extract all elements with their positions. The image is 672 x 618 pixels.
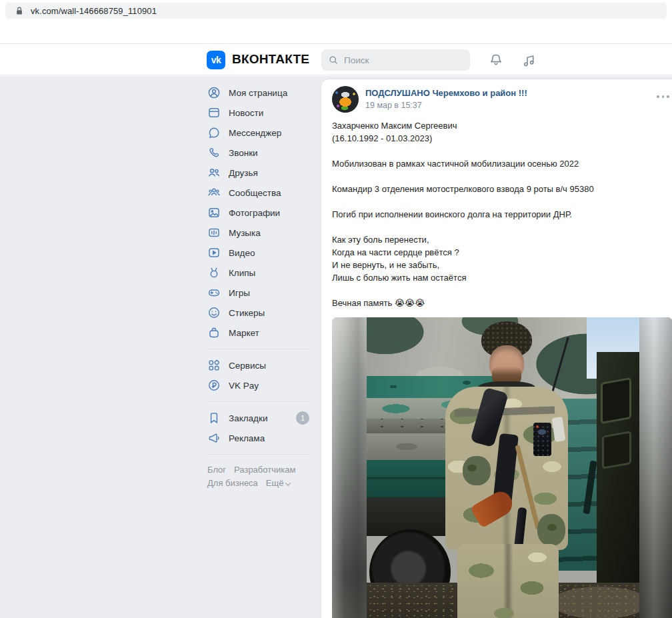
photo-blur-left xyxy=(332,317,367,618)
calls-icon xyxy=(207,146,221,159)
sidebar-item-games[interactable]: Игры xyxy=(200,283,312,303)
photo-blur-right xyxy=(639,317,672,618)
soldier-figure xyxy=(440,317,573,618)
post-author-link[interactable]: ПОДСЛУШАНО Черемхово и район !!! xyxy=(365,88,527,98)
sidebar-divider xyxy=(207,401,309,402)
footer-link-more[interactable]: Ещё xyxy=(266,478,290,488)
profile-icon xyxy=(207,86,221,99)
ads-icon xyxy=(207,431,221,445)
vk-header: vk ВКОНТАКТЕ xyxy=(0,43,672,75)
address-bar[interactable]: vk.com/wall-146668759_110901 xyxy=(5,3,667,19)
clips-icon xyxy=(207,266,221,279)
music-notes-icon[interactable] xyxy=(521,53,537,69)
left-glove xyxy=(463,456,491,485)
sidebar-item-clips[interactable]: Клипы xyxy=(200,263,312,283)
footer-link-business[interactable]: Для бизнеса xyxy=(207,478,258,488)
search-input[interactable] xyxy=(344,55,451,65)
music-icon xyxy=(207,226,221,239)
post-photo[interactable] xyxy=(332,317,672,618)
sidebar-item-stickers[interactable]: Стикеры xyxy=(200,303,312,323)
cab-window xyxy=(602,431,631,469)
games-icon xyxy=(207,286,221,299)
sidebar-item-calls[interactable]: Звонки xyxy=(200,143,312,163)
notifications-bell-icon[interactable] xyxy=(489,53,505,69)
vkpay-icon xyxy=(207,379,221,392)
communities-icon xyxy=(207,186,221,199)
group-avatar[interactable] xyxy=(332,86,359,113)
sidebar-item-ads[interactable]: Реклама xyxy=(200,428,312,448)
sidebar-item-photos[interactable]: Фотографии xyxy=(200,203,312,223)
sidebar-item-my-page[interactable]: Моя страница xyxy=(200,83,312,103)
sidebar-item-news[interactable]: Новости xyxy=(200,103,312,123)
cab-window xyxy=(601,377,631,424)
photos-icon xyxy=(207,206,221,219)
lock-icon[interactable] xyxy=(15,6,24,16)
friends-icon xyxy=(207,166,221,179)
vk-logo[interactable]: vk xyxy=(207,51,225,69)
post-card: ПОДСЛУШАНО Черемхово и район !!! 19 мар … xyxy=(321,79,672,618)
stickers-icon xyxy=(207,306,221,319)
sidebar-item-music[interactable]: Музыка xyxy=(200,223,312,243)
market-icon xyxy=(207,326,221,339)
sidebar-item-services[interactable]: Сервисы xyxy=(200,355,312,375)
sidebar-footer: БлогРазработчикам Для бизнесаЕщё xyxy=(200,461,312,490)
post-actions-menu-icon[interactable] xyxy=(657,95,669,98)
messenger-icon xyxy=(207,126,221,139)
sidebar-item-vkpay[interactable]: VK Pay xyxy=(200,375,312,395)
sidebar-item-messenger[interactable]: Мессенджер xyxy=(200,123,312,143)
news-icon xyxy=(207,106,221,119)
services-icon xyxy=(207,359,221,372)
sidebar-item-market[interactable]: Маркет xyxy=(200,323,312,343)
bookmarks-count-badge: 1 xyxy=(296,411,309,425)
post-date-link[interactable]: 19 мар в 15:37 xyxy=(365,101,422,110)
post-text: Захарченко Максим Сергеевич (16.10.1992 … xyxy=(332,119,660,309)
sidebar-divider xyxy=(207,349,309,349)
browser-bar: vk.com/wall-146668759_110901 xyxy=(0,0,672,43)
footer-link-developers[interactable]: Разработчикам xyxy=(234,465,295,475)
chevron-down-icon xyxy=(285,480,291,485)
url-text: vk.com/wall-146668759_110901 xyxy=(31,6,157,16)
search-box[interactable] xyxy=(321,49,470,71)
photo-scene xyxy=(367,317,639,618)
sidebar-item-video[interactable]: Видео xyxy=(200,243,312,263)
sidebar-item-bookmarks[interactable]: Закладки 1 xyxy=(200,408,312,428)
sidebar-nav: Моя страница Новости Мессенджер xyxy=(200,83,312,490)
sidebar-item-friends[interactable]: Друзья xyxy=(200,163,312,183)
sidebar-item-communities[interactable]: Сообщества xyxy=(200,183,312,203)
sidebar-divider xyxy=(207,454,309,455)
video-icon xyxy=(207,246,221,259)
truck-cab xyxy=(597,352,639,618)
chest-radio xyxy=(533,423,551,456)
bookmarks-icon xyxy=(207,411,221,425)
right-glove xyxy=(537,514,565,546)
camo-pants xyxy=(457,544,559,618)
search-icon xyxy=(328,55,339,65)
vk-brand-wordmark[interactable]: ВКОНТАКТЕ xyxy=(232,52,309,67)
footer-link-blog[interactable]: Блог xyxy=(207,465,226,475)
page-background: Моя страница Новости Мессенджер xyxy=(0,76,672,618)
